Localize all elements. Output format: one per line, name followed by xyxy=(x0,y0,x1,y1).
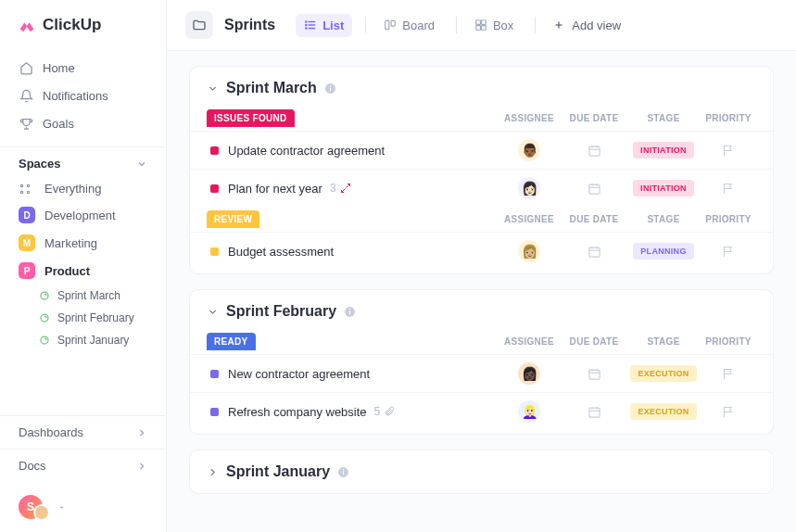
chevron-down-icon xyxy=(207,82,219,95)
sprint-header[interactable]: Sprint March xyxy=(190,80,773,106)
assignee-avatar[interactable]: 👨🏾 xyxy=(518,139,540,161)
space-label: Development xyxy=(44,209,116,222)
priority-cell[interactable] xyxy=(701,405,756,419)
space-item-marketing[interactable]: MMarketing xyxy=(0,229,166,257)
svg-point-1 xyxy=(27,184,29,186)
stage-badge[interactable]: PLANNING xyxy=(633,243,693,260)
sprint-icon xyxy=(39,335,50,346)
sprint-header[interactable]: Sprint January xyxy=(190,463,773,489)
view-tab-list[interactable]: List xyxy=(296,14,352,37)
priority-cell[interactable] xyxy=(701,182,756,196)
task-status-dot xyxy=(210,146,219,155)
divider xyxy=(365,17,366,33)
space-badge: M xyxy=(19,234,35,251)
chevron-right-icon xyxy=(136,461,147,472)
add-view-button[interactable]: Add view xyxy=(545,14,629,37)
task-name: Update contractor agreement xyxy=(228,144,385,158)
assignee-avatar[interactable]: 👩🏿 xyxy=(518,362,540,385)
task-row[interactable]: Plan for next year 3 👩🏻 INITIATION xyxy=(190,169,773,207)
sprint-sub-item[interactable]: Sprint January xyxy=(0,329,166,351)
nav-notifications[interactable]: Notifications xyxy=(0,82,166,109)
nav-docs-label: Docs xyxy=(19,459,46,473)
priority-cell[interactable] xyxy=(701,144,756,158)
due-date-cell[interactable] xyxy=(562,245,626,259)
brand-name: ClickUp xyxy=(43,16,101,34)
svg-rect-14 xyxy=(391,20,395,26)
svg-point-10 xyxy=(306,21,307,22)
status-label[interactable]: REVIEW xyxy=(207,210,259,228)
sidebar: ClickUp Home Notifications Goals Spaces xyxy=(0,0,167,532)
logo[interactable]: ClickUp xyxy=(0,0,166,50)
subtask-count[interactable]: 3 xyxy=(330,182,351,195)
main: Sprints List Board Box Add view xyxy=(167,0,796,532)
nav-home[interactable]: Home xyxy=(0,54,166,82)
stage-badge[interactable]: EXECUTION xyxy=(630,403,696,420)
task-row[interactable]: Update contractor agreement 👨🏾 INITIATIO… xyxy=(190,131,773,169)
svg-point-38 xyxy=(349,309,350,310)
due-date-cell[interactable] xyxy=(562,182,626,196)
task-row[interactable]: Refresh company website 5 👱🏻‍♀️ EXECUTIO… xyxy=(190,392,773,430)
task-row[interactable]: Budget assessment 👩🏼 PLANNING xyxy=(190,232,773,270)
view-tab-box-label: Box xyxy=(493,19,513,32)
view-tab-box[interactable]: Box xyxy=(466,14,522,37)
col-priority: PRIORITY xyxy=(701,214,756,224)
sprint-sub-label: Sprint March xyxy=(57,289,120,302)
chevron-right-icon xyxy=(136,427,147,438)
col-stage: STAGE xyxy=(626,336,701,347)
spaces-header[interactable]: Spaces xyxy=(0,146,166,176)
sprint-header[interactable]: Sprint February xyxy=(190,303,773,329)
home-icon xyxy=(19,60,33,75)
trophy-icon xyxy=(19,116,33,131)
stage-badge[interactable]: INITIATION xyxy=(633,180,694,196)
assignee-avatar[interactable]: 👩🏼 xyxy=(518,240,540,262)
col-assignee: ASSIGNEE xyxy=(497,113,562,123)
space-everything[interactable]: Everything xyxy=(0,176,166,201)
user-avatar: S xyxy=(19,495,43,519)
due-date-cell[interactable] xyxy=(562,405,626,419)
bell-icon xyxy=(19,88,33,103)
svg-rect-28 xyxy=(588,184,599,194)
priority-cell[interactable] xyxy=(701,245,756,259)
status-label[interactable]: READY xyxy=(207,333,256,350)
sprint-sub-item[interactable]: Sprint February xyxy=(0,307,166,329)
due-date-cell[interactable] xyxy=(562,367,626,381)
svg-rect-39 xyxy=(588,370,599,379)
sprint-sub-item[interactable]: Sprint March xyxy=(0,285,166,307)
view-tab-board[interactable]: Board xyxy=(375,14,443,37)
col-priority: PRIORITY xyxy=(701,336,756,347)
user-menu[interactable]: S xyxy=(0,482,166,532)
view-tab-board-label: Board xyxy=(402,19,435,32)
folder-button[interactable] xyxy=(185,11,213,39)
task-status-dot xyxy=(210,370,219,378)
status-header-row: ISSUES FOUND ASSIGNEE DUE DATE STAGE PRI… xyxy=(190,106,773,131)
attachment-count[interactable]: 5 xyxy=(374,405,396,418)
stage-badge[interactable]: INITIATION xyxy=(633,142,694,158)
svg-point-3 xyxy=(27,191,29,193)
sprint-panel: Sprint January xyxy=(189,450,774,494)
priority-cell[interactable] xyxy=(701,367,756,381)
list-icon xyxy=(304,19,318,32)
assignee-avatar[interactable]: 👩🏻 xyxy=(518,177,540,199)
svg-rect-16 xyxy=(482,20,486,25)
info-icon xyxy=(337,466,349,478)
nav-dashboards[interactable]: Dashboards xyxy=(0,416,166,449)
status-header-row: READY ASSIGNEE DUE DATE STAGE PRIORITY xyxy=(190,329,773,354)
svg-rect-13 xyxy=(385,20,389,29)
task-name: New contractor agreement xyxy=(228,367,370,381)
space-item-development[interactable]: DDevelopment xyxy=(0,201,166,229)
svg-point-11 xyxy=(306,24,307,25)
space-badge: P xyxy=(19,262,35,279)
nav-home-label: Home xyxy=(43,61,75,75)
stage-badge[interactable]: EXECUTION xyxy=(630,365,696,382)
status-label[interactable]: ISSUES FOUND xyxy=(207,109,295,127)
task-row[interactable]: New contractor agreement 👩🏿 EXECUTION xyxy=(190,354,773,392)
clickup-logo-icon xyxy=(17,15,37,35)
nav-goals[interactable]: Goals xyxy=(0,109,166,137)
svg-rect-48 xyxy=(343,471,344,475)
due-date-cell[interactable] xyxy=(562,144,626,158)
svg-rect-18 xyxy=(482,26,486,31)
topbar: Sprints List Board Box Add view xyxy=(167,0,796,51)
nav-docs[interactable]: Docs xyxy=(0,449,166,482)
space-item-product[interactable]: PProduct xyxy=(0,257,166,285)
assignee-avatar[interactable]: 👱🏻‍♀️ xyxy=(518,400,540,423)
